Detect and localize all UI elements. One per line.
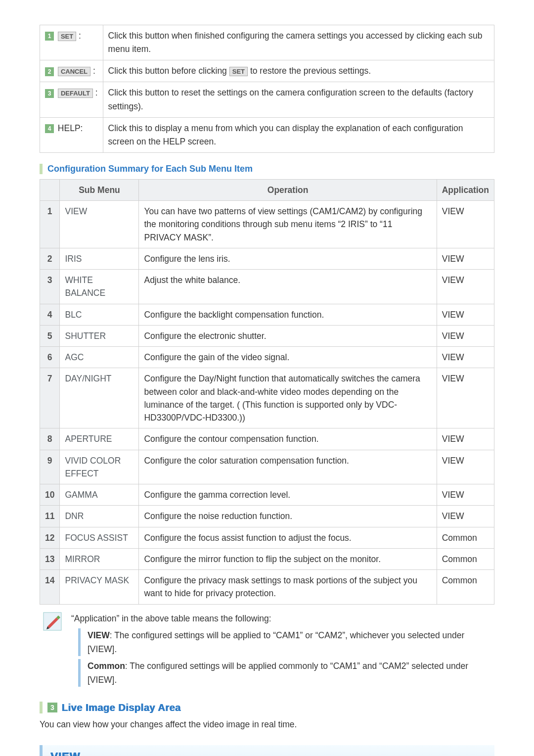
row-submenu: MIRROR (60, 548, 139, 569)
row-application: Common (437, 548, 494, 569)
row-operation: Configure the lens iris. (139, 248, 437, 269)
row-index: 5 (40, 325, 60, 346)
row-index: 12 (40, 527, 60, 548)
button-label-cell: 4 HELP: (40, 117, 103, 152)
row-application: VIEW (437, 304, 494, 325)
button-row: 3 DEFAULT :Click this button to reset th… (40, 82, 494, 117)
ui-button-label: DEFAULT (58, 89, 93, 98)
number-badge: 1 (45, 32, 54, 41)
table-row: 12FOCUS ASSISTConfigure the focus assist… (40, 527, 494, 548)
row-operation: Configure the gain of the video signal. (139, 347, 437, 368)
row-index: 4 (40, 304, 60, 325)
row-submenu: PRIVACY MASK (60, 570, 139, 605)
row-index: 9 (40, 450, 60, 484)
row-application: VIEW (437, 450, 494, 484)
note-view-label: VIEW (88, 630, 110, 640)
row-application: Common (437, 527, 494, 548)
number-badge: 3 (45, 89, 54, 98)
row-submenu: AGC (60, 347, 139, 368)
row-application: VIEW (437, 484, 494, 506)
note-pencil-icon (43, 612, 64, 687)
col-submenu: Sub Menu (60, 179, 139, 200)
col-application: Application (437, 179, 494, 200)
row-submenu: APERTURE (60, 428, 139, 450)
row-submenu: DAY/NIGHT (60, 368, 139, 428)
note-common-def: Common: The configured settings will be … (78, 659, 494, 687)
row-operation: Configure the backlight compensation fun… (139, 304, 437, 325)
note-common-text: : The configured settings will be applie… (88, 661, 468, 685)
buttons-description-table: 1 SET :Click this button when finished c… (40, 25, 494, 153)
row-operation: You can have two patterns of view settin… (139, 201, 437, 248)
row-index: 8 (40, 428, 60, 450)
col-blank (40, 179, 60, 200)
row-submenu: DNR (60, 506, 139, 527)
note-common-label: Common (88, 661, 125, 671)
note-view-def: VIEW: The configured settings will be ap… (78, 628, 494, 656)
row-index: 2 (40, 248, 60, 269)
note-block: “Application” in the above table means t… (40, 612, 494, 687)
row-application: VIEW (437, 506, 494, 527)
row-operation: Configure the electronic shutter. (139, 325, 437, 346)
row-index: 10 (40, 484, 60, 506)
row-submenu: IRIS (60, 248, 139, 269)
row-submenu: WHITE BALANCE (60, 270, 139, 304)
button-description-cell: Click this button before clicking SET to… (103, 60, 494, 82)
row-index: 7 (40, 368, 60, 428)
table-row: 10GAMMAConfigure the gamma correction le… (40, 484, 494, 506)
view-section-heading: VIEW (40, 745, 494, 756)
table-row: 5SHUTTERConfigure the electronic shutter… (40, 325, 494, 346)
button-row: 4 HELP:Click this to display a menu from… (40, 117, 494, 152)
table-row: 7DAY/NIGHTConfigure the Day/Night functi… (40, 368, 494, 428)
row-application: VIEW (437, 368, 494, 428)
button-description-cell: Click this to display a menu from which … (103, 117, 494, 152)
button-row: 1 SET :Click this button when finished c… (40, 25, 494, 60)
button-description-cell: Click this button when finished configur… (103, 25, 494, 60)
table-row: 1VIEWYou can have two patterns of view s… (40, 201, 494, 248)
row-application: VIEW (437, 325, 494, 346)
button-label-cell: 3 DEFAULT : (40, 82, 103, 117)
table-row: 2IRISConfigure the lens iris.VIEW (40, 248, 494, 269)
row-application: VIEW (437, 201, 494, 248)
row-operation: Adjust the white balance. (139, 270, 437, 304)
row-index: 14 (40, 570, 60, 605)
row-submenu: VIEW (60, 201, 139, 248)
button-row: 2 CANCEL :Click this button before click… (40, 60, 494, 82)
row-index: 3 (40, 270, 60, 304)
row-operation: Configure the privacy mask settings to m… (139, 570, 437, 605)
number-badge: 4 (45, 124, 54, 133)
table-row: 3WHITE BALANCEAdjust the white balance.V… (40, 270, 494, 304)
button-label-cell: 1 SET : (40, 25, 103, 60)
row-application: VIEW (437, 428, 494, 450)
row-index: 1 (40, 201, 60, 248)
note-intro: “Application” in the above table means t… (71, 612, 494, 625)
row-operation: Configure the focus assist function to a… (139, 527, 437, 548)
number-badge: 2 (45, 67, 54, 76)
table-row: 4BLCConfigure the backlight compensation… (40, 304, 494, 325)
col-operation: Operation (139, 179, 437, 200)
row-operation: Configure the gamma correction level. (139, 484, 437, 506)
row-index: 11 (40, 506, 60, 527)
config-summary-heading: Configuration Summary for Each Sub Menu … (40, 164, 494, 174)
button-label-cell: 2 CANCEL : (40, 60, 103, 82)
live-image-body: You can view how your changes affect the… (40, 717, 494, 731)
section-title: Live Image Display Area (62, 702, 181, 713)
row-application: VIEW (437, 248, 494, 269)
ui-button-label: CANCEL (58, 67, 90, 76)
note-body: “Application” in the above table means t… (71, 612, 494, 687)
row-application: VIEW (437, 347, 494, 368)
row-submenu: VIVID COLOR EFFECT (60, 450, 139, 484)
row-operation: Configure the color saturation compensat… (139, 450, 437, 484)
table-row: 6AGCConfigure the gain of the video sign… (40, 347, 494, 368)
button-description-cell: Click this button to reset the settings … (103, 82, 494, 117)
inline-button-label: SET (229, 67, 248, 76)
config-summary-table: Sub Menu Operation Application 1VIEWYou … (40, 179, 494, 605)
row-submenu: SHUTTER (60, 325, 139, 346)
table-row: 8APERTUREConfigure the contour compensat… (40, 428, 494, 450)
row-operation: Configure the mirror function to flip th… (139, 548, 437, 569)
table-row: 9VIVID COLOR EFFECTConfigure the color s… (40, 450, 494, 484)
row-operation: Configure the Day/Night function that au… (139, 368, 437, 428)
table-row: 14PRIVACY MASKConfigure the privacy mask… (40, 570, 494, 605)
row-index: 13 (40, 548, 60, 569)
row-index: 6 (40, 347, 60, 368)
live-image-section-heading: 3 Live Image Display Area (40, 702, 494, 713)
